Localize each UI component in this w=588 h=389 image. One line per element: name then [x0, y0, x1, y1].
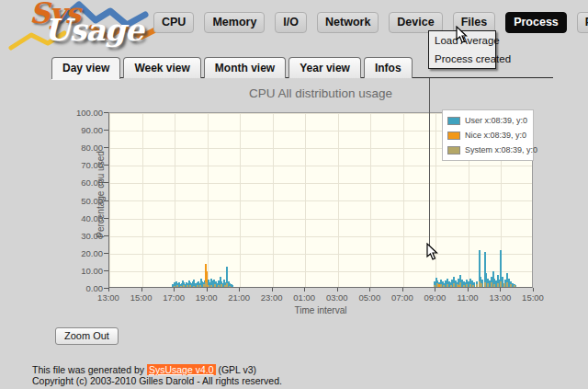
chart-bar-system [487, 283, 489, 287]
view-tab-label: Week view [134, 62, 189, 74]
chart-bar-system [457, 284, 458, 287]
x-tick-mark [272, 288, 273, 292]
menu-button-label: Process [514, 16, 559, 29]
chart-bar-system [176, 285, 178, 287]
x-tick-label: 13:00 [490, 292, 512, 303]
menu-button[interactable]: I/O [275, 12, 307, 33]
chart-bar-system [440, 284, 442, 287]
legend-entry-label: Nice x:08:39, y:0 [465, 131, 526, 140]
x-tick-mark [239, 288, 240, 292]
x-axis-title: Time interval [108, 305, 533, 315]
x-tick-mark [207, 288, 208, 292]
footer-copyright-line: Copyright (c) 2003-2010 Gilles Darold - … [32, 375, 282, 386]
chart-title: CPU All distribution usage [108, 86, 533, 100]
view-tab-label: Month view [215, 62, 275, 74]
y-tick-mark [104, 165, 108, 166]
chart-bar-system [197, 285, 198, 287]
x-tick-label: 05:00 [358, 292, 380, 303]
menu-button-label: Device [397, 16, 434, 29]
chart-bar-system [463, 285, 465, 287]
chart-bar-system [229, 286, 231, 288]
view-tab[interactable]: Infos [364, 57, 413, 78]
legend-entry: System x:08:39, y:0 [447, 145, 529, 154]
x-tick-label: 07:00 [391, 292, 413, 303]
chart-bar-system [481, 283, 482, 287]
chart-bar-system [443, 285, 445, 287]
y-tick-label: 80.00 [64, 143, 103, 153]
menu-button[interactable]: CPU [153, 12, 194, 33]
logo-text-usage: Usage [44, 12, 143, 48]
chart-bar-system [189, 285, 191, 287]
chart-bar-system [218, 285, 220, 287]
x-tick-label: 19:00 [196, 292, 218, 303]
view-tab-label: Day view [62, 62, 109, 74]
legend-entry: Nice x:08:39, y:0 [447, 131, 529, 140]
footer-text: (GPL v3) [216, 364, 257, 375]
y-tick-mark [104, 182, 108, 183]
chart-bar-system [183, 285, 185, 287]
legend-entry-label: System x:08:39, y:0 [465, 145, 537, 154]
chart-bar-system [210, 285, 212, 287]
y-tick-label: 60.00 [64, 177, 103, 188]
dropdown-menu-item[interactable]: Process created [429, 50, 495, 68]
x-tick-mark [304, 288, 305, 292]
legend-swatch-icon [447, 146, 460, 154]
chart-bar-system [506, 282, 508, 287]
chart-bar-system [514, 285, 515, 287]
x-tick-mark [174, 288, 175, 292]
view-tab[interactable]: Year view [288, 57, 361, 78]
x-tick-mark [500, 288, 501, 292]
view-tab-label: Infos [375, 62, 401, 74]
y-tick-mark [104, 112, 108, 113]
y-tick-label: 10.00 [64, 266, 103, 276]
legend-entry: User x:08:39, y:0 [447, 116, 529, 125]
y-tick-label: 90.00 [64, 125, 103, 135]
chart-bar-system [199, 285, 201, 287]
x-tick-mark [141, 288, 142, 292]
chart-bar-system [434, 285, 435, 287]
chart-bar-system [472, 285, 474, 287]
view-tab[interactable]: Week view [123, 57, 200, 78]
chart-bar-system [220, 284, 222, 287]
y-tick-label: 20.00 [64, 248, 103, 258]
menu-button[interactable]: Network [317, 12, 379, 33]
zoom-out-button[interactable]: Zoom Out [55, 327, 119, 345]
view-tab[interactable]: Day view [51, 57, 120, 79]
y-tick-mark [104, 235, 108, 236]
x-tick-mark [402, 288, 403, 292]
sysusage-page: Sys Usage CPU Memory I/O Network Device … [0, 0, 588, 389]
sysusage-version-link[interactable]: SysUsage v4.0 [147, 364, 216, 375]
mouse-cursor-icon [456, 26, 469, 44]
x-tick-label: 11:00 [457, 292, 478, 303]
legend-entry-label: User x:08:39, y:0 [465, 116, 527, 125]
chart-bar-system [214, 284, 216, 287]
x-tick-label: 09:00 [424, 292, 446, 303]
chart-bar-system [447, 284, 448, 287]
y-tick-label: 100.00 [64, 108, 103, 118]
y-tick-mark [104, 270, 108, 271]
chart-bar-system [453, 283, 455, 287]
menu-button-label: CPU [162, 16, 186, 29]
chart-bar-system [193, 286, 195, 288]
x-tick-label: 13:00 [97, 292, 119, 303]
x-tick-mark [108, 288, 109, 292]
view-tabs: Day view Week view Month view Year view … [51, 57, 413, 79]
x-tick-label: 21:00 [228, 292, 250, 303]
y-tick-mark [104, 218, 108, 219]
y-tick-mark [104, 200, 108, 201]
x-tick-mark [468, 288, 469, 292]
x-tick-label: 17:00 [163, 292, 185, 303]
x-tick-mark [435, 288, 435, 292]
chart-bar-system [510, 284, 512, 287]
view-tab[interactable]: Month view [204, 57, 286, 78]
chart-bar-user [514, 285, 516, 287]
chart-bar-system [491, 282, 492, 287]
menu-button[interactable]: Memory [204, 12, 265, 33]
y-tick-mark [104, 130, 108, 131]
y-tick-label: 50.00 [64, 196, 103, 206]
menu-button-label: Memory [212, 16, 256, 29]
menu-button[interactable]: Process [505, 12, 567, 33]
sysusage-logo: Sys Usage [7, 0, 164, 53]
menu-button[interactable]: Plugins [577, 12, 588, 33]
y-tick-label: 40.00 [64, 213, 103, 223]
